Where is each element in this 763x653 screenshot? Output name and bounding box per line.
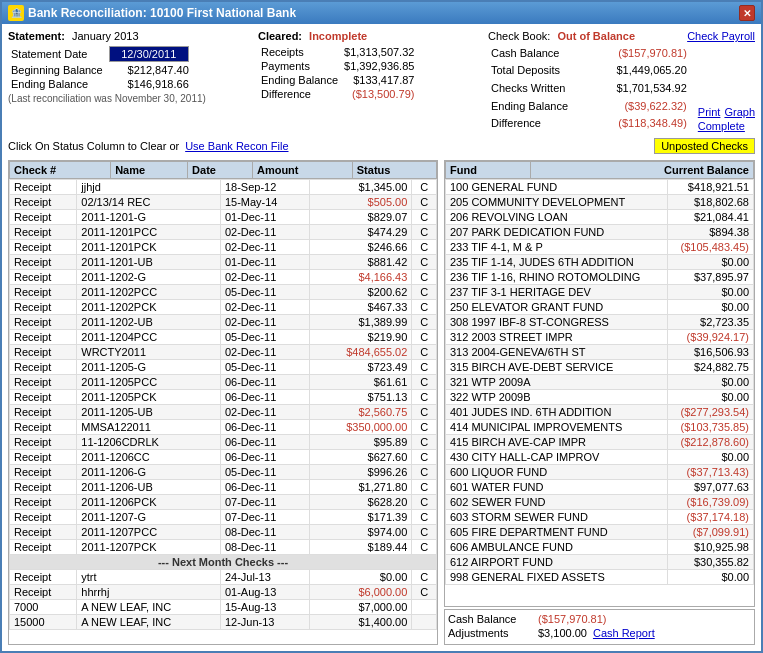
title-bar-left: 🏦 Bank Reconciliation: 10100 First Natio… <box>8 5 296 21</box>
table-row[interactable]: Receipt2011-1206CC06-Dec-11$627.60C <box>10 450 437 465</box>
cash-report-link[interactable]: Cash Report <box>593 627 655 639</box>
table-row[interactable]: 237 TIF 3-1 HERITAGE DEV$0.00 <box>446 285 754 300</box>
main-content: Statement: January 2013 Statement Date 1… <box>2 24 761 651</box>
table-row[interactable]: Receipt2011-1206PCK07-Dec-11$628.20C <box>10 495 437 510</box>
cleared-diff-label: Difference <box>258 87 341 101</box>
table-row[interactable]: Receipt2011-1205PCC06-Dec-11$61.61C <box>10 375 437 390</box>
table-row[interactable]: 308 1997 IBF-8 ST-CONGRESS$2,723.35 <box>446 315 754 330</box>
separator-row: --- Next Month Checks --- <box>10 555 437 570</box>
cb-ending-label: Ending Balance <box>488 97 593 115</box>
table-row[interactable]: 612 AIRPORT FUND$30,355.82 <box>446 555 754 570</box>
table-row[interactable]: 207 PARK DEDICATION FUND$894.38 <box>446 225 754 240</box>
unposted-checks-button[interactable]: Unposted Checks <box>654 138 755 154</box>
table-row[interactable]: Receipt2011-1207-G07-Dec-11$171.39C <box>10 510 437 525</box>
table-row[interactable]: 315 BIRCH AVE-DEBT SERVICE$24,882.75 <box>446 360 754 375</box>
table-row[interactable]: 401 JUDES IND. 6TH ADDITION($277,293.54) <box>446 405 754 420</box>
right-table-header: Fund Current Balance <box>446 162 754 179</box>
table-row[interactable]: Receipt2011-1207PCC08-Dec-11$974.00C <box>10 525 437 540</box>
use-bank-recon-link[interactable]: Use Bank Recon File <box>185 140 288 152</box>
table-row[interactable]: Receipt2011-1201-UB01-Dec-11$881.42C <box>10 255 437 270</box>
right-table-container: Fund Current Balance 100 GENERAL FUND$41… <box>444 160 755 607</box>
table-row[interactable]: Receipt2011-1201-G01-Dec-11$829.07C <box>10 210 437 225</box>
table-row[interactable]: ReceiptMMSA12201106-Dec-11$350,000.00C <box>10 420 437 435</box>
table-row[interactable]: 602 SEWER FUND($16,739.09) <box>446 495 754 510</box>
table-row[interactable]: Receipt2011-1207PCK08-Dec-11$189.44C <box>10 540 437 555</box>
right-header-table: Fund Current Balance <box>445 161 754 179</box>
table-row[interactable]: Receipt2011-1206-G05-Dec-11$996.26C <box>10 465 437 480</box>
table-row[interactable]: ReceiptWRCTY201102-Dec-11$484,655.02C <box>10 345 437 360</box>
table-row[interactable]: Receipt02/13/14 REC15-May-14$505.00C <box>10 195 437 210</box>
cb-ending-value: ($39,622.32) <box>593 97 690 115</box>
table-row[interactable]: Receipt2011-1202-G02-Dec-11$4,166.43C <box>10 270 437 285</box>
table-row[interactable]: Receipt2011-1201PCC02-Dec-11$474.29C <box>10 225 437 240</box>
table-row[interactable]: Receipt11-1206CDRLK06-Dec-11$95.89C <box>10 435 437 450</box>
table-row[interactable]: 312 2003 STREET IMPR($39,924.17) <box>446 330 754 345</box>
left-table-header: Check # Name Date Amount Status <box>10 162 437 179</box>
table-row[interactable]: Receiptjjhjd18-Sep-12$1,345.00C <box>10 180 437 195</box>
left-scroll-wrapper[interactable]: Receiptjjhjd18-Sep-12$1,345.00CReceipt02… <box>9 179 437 644</box>
table-row[interactable]: Receipt2011-1202PCK02-Dec-11$467.33C <box>10 300 437 315</box>
col-date: Date <box>188 162 253 179</box>
table-row[interactable]: Receiptytrt24-Jul-13$0.00C <box>10 570 437 585</box>
table-row[interactable]: 7000A NEW LEAF, INC15-Aug-13$7,000.00 <box>10 600 437 615</box>
table-row[interactable]: 606 AMBULANCE FUND$10,925.98 <box>446 540 754 555</box>
table-row[interactable]: 321 WTP 2009A$0.00 <box>446 375 754 390</box>
col-balance: Current Balance <box>531 162 754 179</box>
table-row[interactable]: 605 FIRE DEPARTMENT FUND($7,099.91) <box>446 525 754 540</box>
table-row[interactable]: Receipt2011-1204PCC05-Dec-11$219.90C <box>10 330 437 345</box>
statement-block: Statement: January 2013 Statement Date 1… <box>8 30 248 132</box>
table-row[interactable]: 233 TIF 4-1, M & P($105,483.45) <box>446 240 754 255</box>
right-panel: Fund Current Balance 100 GENERAL FUND$41… <box>444 160 755 645</box>
left-data-table: Check # Name Date Amount Status <box>9 161 437 179</box>
stmt-begin-value: $212,847.40 <box>106 63 192 77</box>
click-label: Click On Status Column to Clear or <box>8 140 179 152</box>
cleared-title: Cleared: Incomplete <box>258 30 478 42</box>
top-section: Statement: January 2013 Statement Date 1… <box>8 30 755 132</box>
cleared-ending-label: Ending Balance <box>258 73 341 87</box>
print-link[interactable]: Print <box>698 106 721 118</box>
cb-deposits-label: Total Deposits <box>488 62 593 80</box>
left-scroll-table: Receiptjjhjd18-Sep-12$1,345.00CReceipt02… <box>9 179 437 630</box>
main-data-section: Check # Name Date Amount Status Receiptj… <box>8 160 755 645</box>
close-button[interactable]: ✕ <box>739 5 755 21</box>
left-table-container: Check # Name Date Amount Status Receiptj… <box>8 160 438 645</box>
complete-link[interactable]: Complete <box>698 120 755 132</box>
table-row[interactable]: 15000A NEW LEAF, INC12-Jun-13$1,400.00 <box>10 615 437 630</box>
table-row[interactable]: 100 GENERAL FUND$418,921.51 <box>446 180 754 195</box>
table-row[interactable]: 206 REVOLVING LOAN$21,084.41 <box>446 210 754 225</box>
table-row[interactable]: Receipt2011-1202PCC05-Dec-11$200.62C <box>10 285 437 300</box>
table-row[interactable]: 205 COMMUNITY DEVELOPMENT$18,802.68 <box>446 195 754 210</box>
table-row[interactable]: 603 STORM SEWER FUND($37,174.18) <box>446 510 754 525</box>
table-row[interactable]: Receipt2011-1205PCK06-Dec-11$751.13C <box>10 390 437 405</box>
check-payroll-link[interactable]: Check Payroll <box>687 30 755 42</box>
table-row[interactable]: 430 CITY HALL-CAP IMPROV$0.00 <box>446 450 754 465</box>
cleared-ending-value: $133,417.87 <box>341 73 417 87</box>
graph-link[interactable]: Graph <box>724 106 755 118</box>
right-scroll-wrapper[interactable]: 100 GENERAL FUND$418,921.51205 COMMUNITY… <box>445 179 754 606</box>
table-row[interactable]: 998 GENERAL FIXED ASSETS$0.00 <box>446 570 754 585</box>
table-row[interactable]: 415 BIRCH AVE-CAP IMPR($212,878.60) <box>446 435 754 450</box>
table-row[interactable]: 236 TIF 1-16, RHINO ROTOMOLDING$37,895.9… <box>446 270 754 285</box>
table-row[interactable]: Receipt2011-1201PCK02-Dec-11$246.66C <box>10 240 437 255</box>
table-row[interactable]: Receipthhrrhj01-Aug-13$6,000.00C <box>10 585 437 600</box>
table-row[interactable]: Receipt2011-1206-UB06-Dec-11$1,271.80C <box>10 480 437 495</box>
table-row[interactable]: Receipt2011-1205-UB02-Dec-11$2,560.75C <box>10 405 437 420</box>
table-row[interactable]: 313 2004-GENEVA/6TH ST$16,506.93 <box>446 345 754 360</box>
col-fund: Fund <box>446 162 531 179</box>
cb-checks-label: Checks Written <box>488 79 593 97</box>
cleared-diff-value: ($13,500.79) <box>341 87 417 101</box>
table-row[interactable]: 414 MUNICIPAL IMPROVEMENTS($103,735.85) <box>446 420 754 435</box>
right-table-body: 100 GENERAL FUND$418,921.51205 COMMUNITY… <box>446 180 754 585</box>
table-row[interactable]: 322 WTP 2009B$0.00 <box>446 390 754 405</box>
table-row[interactable]: Receipt2011-1202-UB02-Dec-11$1,389.99C <box>10 315 437 330</box>
checkbook-status: Out of Balance <box>557 30 635 42</box>
bottom-right-section: Cash Balance ($157,970.81) Adjustments $… <box>444 609 755 645</box>
table-row[interactable]: 235 TIF 1-14, JUDES 6TH ADDITION$0.00 <box>446 255 754 270</box>
table-row[interactable]: 250 ELEVATOR GRANT FUND$0.00 <box>446 300 754 315</box>
table-row[interactable]: Receipt2011-1205-G05-Dec-11$723.49C <box>10 360 437 375</box>
statement-date-input[interactable]: 12/30/2011 <box>109 46 189 62</box>
checkbook-links: Check Payroll <box>687 30 755 42</box>
table-row[interactable]: 601 WATER FUND$97,077.63 <box>446 480 754 495</box>
cb-checks-value: $1,701,534.92 <box>593 79 690 97</box>
table-row[interactable]: 600 LIQUOR FUND($37,713.43) <box>446 465 754 480</box>
